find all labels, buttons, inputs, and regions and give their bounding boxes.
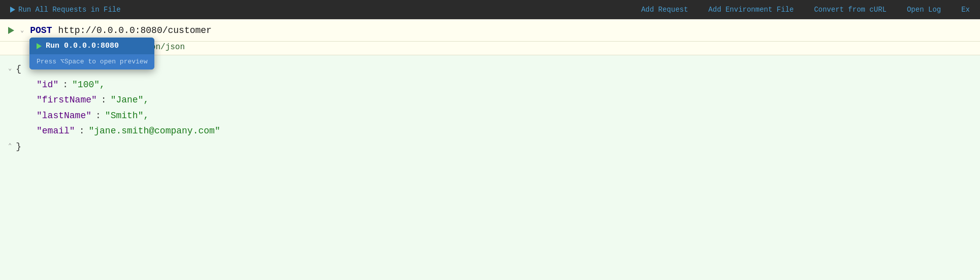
json-field-row: "id" : "100", bbox=[8, 77, 972, 93]
tooltip-run-line[interactable]: Run 0.0.0.0:8080 bbox=[29, 38, 154, 54]
play-icon bbox=[10, 7, 15, 13]
json-value: "100", bbox=[72, 77, 105, 93]
json-key: "email" bbox=[37, 123, 75, 139]
close-brace-icon: ⌃ bbox=[8, 141, 12, 151]
json-value: "Jane", bbox=[111, 92, 149, 108]
header-area: ⌄ POST http://0.0.0.0:8080/customer Run … bbox=[0, 19, 980, 55]
tooltip-popup: Run 0.0.0.0:8080 Press ⌥Space to open pr… bbox=[29, 38, 154, 69]
toolbar: Run All Requests in File Add Request Add… bbox=[0, 0, 980, 19]
close-brace-line: ⌃ } bbox=[8, 139, 972, 155]
json-value: "jane.smith@company.com" bbox=[88, 123, 220, 139]
json-colon: : bbox=[101, 92, 107, 108]
add-request-button[interactable]: Add Request bbox=[637, 4, 692, 16]
open-log-button[interactable]: Open Log bbox=[903, 4, 945, 16]
open-brace: { bbox=[16, 61, 21, 77]
collapse-body-icon[interactable]: ⌄ bbox=[8, 63, 12, 74]
close-brace: } bbox=[16, 139, 21, 155]
body-area: ⌄ { "id" : "100", "firstName" : "Jane", … bbox=[0, 55, 980, 280]
run-all-label: Run All Requests in File bbox=[18, 6, 121, 14]
json-colon: : bbox=[79, 123, 85, 139]
json-field-row: "email" : "jane.smith@company.com" bbox=[8, 123, 972, 139]
main-content: ⌄ POST http://0.0.0.0:8080/customer Run … bbox=[0, 19, 980, 280]
content-type-row: Run 0.0.0.0:8080 Press ⌥Space to open pr… bbox=[0, 42, 980, 55]
json-key: "firstName" bbox=[37, 92, 97, 108]
json-fields: "id" : "100", "firstName" : "Jane", "las… bbox=[8, 77, 972, 139]
json-key: "id" bbox=[37, 77, 58, 93]
run-request-icon[interactable] bbox=[8, 27, 14, 34]
json-value: "Smith", bbox=[105, 108, 149, 124]
toolbar-right: Add Request Add Environment File Convert… bbox=[637, 4, 974, 16]
tooltip-play-icon bbox=[37, 43, 42, 49]
json-key: "lastName" bbox=[37, 108, 91, 124]
extra-button[interactable]: Ex bbox=[957, 4, 974, 16]
add-environment-button[interactable]: Add Environment File bbox=[704, 4, 798, 16]
toolbar-left: Run All Requests in File bbox=[6, 4, 637, 16]
tooltip-hint: Press ⌥Space to open preview bbox=[29, 54, 154, 69]
tooltip-run-text: Run 0.0.0.0:8080 bbox=[46, 42, 119, 50]
request-url: http://0.0.0.0:8080/customer bbox=[58, 25, 211, 36]
collapse-icon[interactable]: ⌄ bbox=[20, 26, 24, 34]
json-colon: : bbox=[62, 77, 68, 93]
json-field-row: "lastName" : "Smith", bbox=[8, 108, 972, 124]
http-method: POST bbox=[30, 25, 52, 36]
run-all-button[interactable]: Run All Requests in File bbox=[6, 4, 125, 16]
json-field-row: "firstName" : "Jane", bbox=[8, 92, 972, 108]
json-colon: : bbox=[95, 108, 101, 124]
convert-curl-button[interactable]: Convert from cURL bbox=[810, 4, 891, 16]
